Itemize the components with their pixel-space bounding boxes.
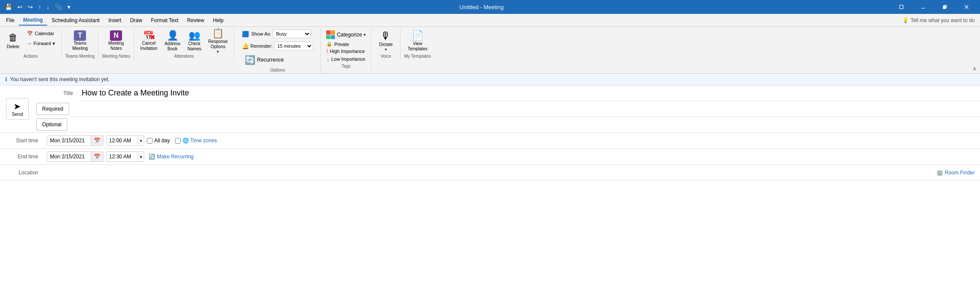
- menu-help[interactable]: Help: [209, 16, 228, 25]
- title-input[interactable]: [78, 85, 980, 101]
- allday-checkbox[interactable]: [147, 138, 152, 144]
- show-as-select[interactable]: Busy Free Tentative Out of Office: [273, 30, 311, 38]
- menu-review[interactable]: Review: [183, 16, 209, 25]
- timezone-checkbox[interactable]: [175, 138, 181, 144]
- private-button[interactable]: 🔒 Private: [324, 41, 351, 47]
- required-button[interactable]: Required: [36, 103, 69, 115]
- optional-button[interactable]: Optional: [36, 118, 67, 131]
- end-time-input[interactable]: [106, 152, 138, 161]
- start-time-row: Start time 📅 ▾ All day 🌐 Time zones: [0, 133, 980, 149]
- quick-access-toolbar: 💾 ↩ ↪ ↑ ↓ 📎 ▾: [3, 3, 72, 11]
- high-importance-button[interactable]: ! High Importance: [324, 47, 367, 55]
- notification-bar: ℹ You haven't sent this meeting invitati…: [0, 74, 980, 85]
- end-time-input-wrap: ▾: [106, 151, 144, 162]
- title-label: Title: [35, 85, 78, 101]
- ribbon-group-actions: 🗑 Delete 📅 Calendar → Forward ▾ Actions: [0, 29, 62, 59]
- room-finder-icon: 🏢: [937, 170, 943, 176]
- allday-area: All day: [147, 138, 170, 144]
- cancel-invitation-label: CancelInvitation: [140, 41, 158, 51]
- down-icon[interactable]: ↓: [45, 3, 51, 11]
- optional-row: Optional: [35, 117, 980, 132]
- delete-label: Delete: [7, 44, 20, 49]
- recurrence-button[interactable]: 🔄 Recurrence: [242, 53, 287, 67]
- delete-icon: 🗑: [8, 32, 18, 43]
- categorize-label: Categorize: [337, 32, 362, 38]
- menu-scheduling-assistant[interactable]: Scheduling Assistant: [47, 16, 104, 25]
- room-finder-button[interactable]: 🏢 Room Finder: [931, 170, 980, 176]
- notification-text: You haven't sent this meeting invitation…: [10, 76, 109, 82]
- address-book-button[interactable]: 👤 AddressBook: [162, 29, 183, 53]
- send-button-area: ➤ Send: [0, 96, 35, 121]
- start-date-input[interactable]: [47, 136, 91, 145]
- end-date-input-wrap: 📅: [47, 151, 103, 162]
- up-icon[interactable]: ↑: [37, 3, 43, 11]
- allday-label[interactable]: All day: [154, 138, 170, 144]
- save-icon[interactable]: 💾: [3, 3, 13, 11]
- end-time-dropdown-icon[interactable]: ▾: [138, 153, 144, 161]
- meeting-notes-button[interactable]: N MeetingNotes: [103, 29, 129, 53]
- response-options-dropdown-icon: ▾: [217, 49, 219, 54]
- menu-insert[interactable]: Insert: [104, 16, 126, 25]
- end-date-input[interactable]: [47, 152, 91, 161]
- dictate-button[interactable]: 🎙 Dictate ▾: [375, 29, 397, 53]
- categorize-button[interactable]: Categorize ▾: [324, 29, 368, 41]
- end-time-row: End time 📅 ▾ 🔄 Make Recurring: [0, 149, 980, 165]
- show-as-color-icon: 🟦: [242, 31, 249, 37]
- make-recurring-button[interactable]: 🔄 Make Recurring: [147, 153, 195, 161]
- forward-button[interactable]: → Forward ▾: [24, 39, 58, 48]
- maximize-button[interactable]: [891, 0, 911, 14]
- required-input[interactable]: [71, 101, 980, 117]
- view-templates-icon: 📄: [412, 30, 424, 41]
- start-time-label: Start time: [0, 133, 43, 148]
- ribbon-group-teams-meeting: T TeamsMeeting Teams Meeting: [62, 29, 99, 59]
- response-options-button[interactable]: 📋 ResponseOptions ▾: [205, 29, 230, 53]
- teams-meeting-group-label: Teams Meeting: [65, 54, 95, 59]
- window-controls: [891, 0, 977, 14]
- minimize-button[interactable]: [913, 0, 933, 14]
- ribbon-group-meeting-notes: N MeetingNotes Meeting Notes: [99, 29, 134, 59]
- timezone-label[interactable]: 🌐 Time zones: [182, 138, 217, 144]
- teams-meeting-button[interactable]: T TeamsMeeting: [67, 29, 93, 53]
- search-label: Tell me what you want to do: [910, 17, 975, 23]
- private-label: Private: [334, 42, 349, 47]
- check-names-button[interactable]: 👥 CheckNames: [185, 29, 204, 53]
- restore-button[interactable]: [935, 0, 955, 14]
- end-time-label: End time: [0, 149, 43, 164]
- low-importance-button[interactable]: ↓ Low Importance: [324, 55, 367, 63]
- more-qat-icon[interactable]: ▾: [66, 3, 72, 11]
- optional-input[interactable]: [69, 117, 980, 132]
- undo-icon[interactable]: ↩: [16, 3, 24, 11]
- location-input[interactable]: [43, 167, 931, 178]
- teams-meeting-label: TeamsMeeting: [72, 41, 88, 51]
- send-arrow-icon: ➤: [13, 101, 21, 112]
- high-importance-label: High Importance: [330, 49, 365, 54]
- location-label: Location: [0, 166, 43, 179]
- notification-icon: ℹ: [5, 76, 7, 82]
- view-templates-button[interactable]: 📄 ViewTemplates: [404, 29, 430, 53]
- check-names-label: CheckNames: [188, 41, 202, 52]
- end-date-calendar-icon[interactable]: 📅: [91, 152, 103, 161]
- cancel-invitation-icon: 📅 ✖: [143, 30, 155, 41]
- start-time-input[interactable]: [106, 136, 138, 145]
- dictate-dropdown-icon: ▾: [385, 47, 387, 52]
- start-time-dropdown-icon[interactable]: ▾: [138, 137, 144, 145]
- delete-button[interactable]: 🗑 Delete: [3, 29, 23, 53]
- show-as-row: 🟦 Show As: Busy Free Tentative Out of Of…: [242, 29, 311, 39]
- menu-format-text[interactable]: Format Text: [146, 16, 182, 25]
- calendar-label: Calendar: [35, 31, 54, 36]
- reminder-select[interactable]: 15 minutes None 5 minutes 10 minutes 30 …: [274, 42, 313, 50]
- start-date-calendar-icon[interactable]: 📅: [91, 136, 103, 145]
- menu-file[interactable]: File: [2, 16, 19, 25]
- menu-draw[interactable]: Draw: [126, 16, 146, 25]
- cancel-invitation-button[interactable]: 📅 ✖ CancelInvitation: [138, 29, 160, 53]
- redo-icon[interactable]: ↪: [26, 3, 34, 11]
- lightbulb-icon: 💡: [902, 17, 909, 23]
- ribbon-collapse-button[interactable]: ∧: [969, 64, 980, 73]
- attach-icon[interactable]: 📎: [53, 3, 63, 11]
- make-recurring-label: Make Recurring: [157, 154, 194, 160]
- calendar-button[interactable]: 📅 Calendar: [24, 29, 58, 38]
- menu-meeting[interactable]: Meeting: [19, 15, 47, 26]
- send-button[interactable]: ➤ Send: [6, 98, 29, 120]
- categorize-icon: [326, 30, 335, 39]
- close-button[interactable]: [957, 0, 977, 14]
